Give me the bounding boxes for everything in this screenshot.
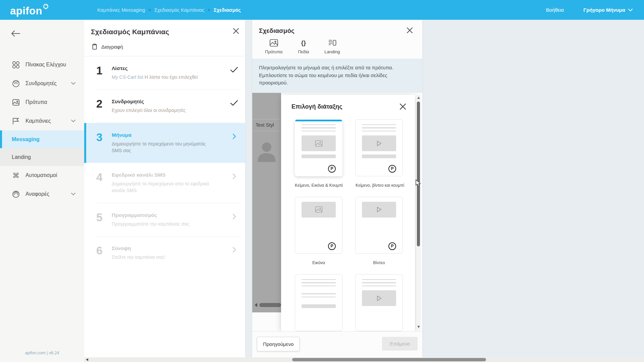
back-button[interactable] [11,31,20,37]
layout-cards: P P Κείμενο, Εικόνα & Κουμπί [295,119,403,331]
step-number: 4 [96,172,112,194]
layout-card-label: Κείμενο, Εικόνα & Κουμπί [295,183,343,188]
text-line-placeholder [302,124,336,125]
scrollbar-thumb[interactable] [417,102,420,246]
image-placeholder [302,202,336,218]
fields-tool-button[interactable]: {} Πεδία [298,39,309,54]
step-summary[interactable]: 6 Σύνοψη Στείλτε την καμπάνια σας! [84,236,245,269]
text-line-placeholder [302,131,336,132]
tool-label: Landing [324,49,340,54]
step-subtitle: Στείλτε την καμπάνια σας! [112,254,212,260]
step-scheduling[interactable]: 5 Προγραμματισμός Προγρραμματίστε την κα… [84,203,245,236]
balloon-icon [43,4,49,11]
mouse-cursor [415,179,422,187]
layout-card-text-video-button[interactable]: P [355,119,403,176]
quick-message-label: Γρήγορο Μήνυμα [583,7,625,13]
step-title: Συνδρομητές [112,99,225,105]
topbar: apifon Καμπάνιες Messaging > Σχεδιασμός … [0,0,644,20]
next-button[interactable]: Επόμενο [382,337,418,351]
step-number: 2 [96,99,112,114]
layout-card-text[interactable] [295,274,342,331]
step-number: 5 [96,212,112,227]
arrow-left-icon [11,31,20,37]
sidebar-item-messaging[interactable]: Messaging [0,130,84,148]
templates-tool-button[interactable]: Πρότυπα [265,39,282,54]
app-version: apifon.com | v6.24 [0,351,84,355]
modal-title: Επιλογή διάταξης [291,103,342,110]
text-line-placeholder [362,124,396,125]
step-subtitle: Δημιουργήστε το περιεχόμενο απο το εφεδρ… [112,180,212,194]
message-editor-preview: Text Styl [252,93,281,312]
play-icon [376,140,382,147]
layout-card-label: Εικόνα [295,260,342,265]
sidebar-item-landing[interactable]: Landing [0,148,84,166]
page-horizontal-scrollbar[interactable] [84,357,644,362]
checkmark-icon [230,100,238,106]
step-subscribers[interactable]: 2 Συνδρομητές Εχουν επιλεγεί όλοι οι συν… [84,89,245,123]
sidebar-item-label: Messaging [12,136,40,142]
layout-card-text-image-button[interactable]: P [295,119,342,176]
image-icon [315,140,323,147]
help-link[interactable]: Βοήθεια [546,7,564,13]
step-lists[interactable]: 1 Λίστες My CS-Cart list Η λίστα του έχε… [84,56,245,89]
sidebar-item-dashboard[interactable]: Πίνακας Ελέγχου [0,55,84,74]
scroll-left-arrow-icon[interactable] [86,358,88,361]
previous-button[interactable]: Προηγούμενο [257,337,300,351]
step-fallback-sms[interactable]: 4 Εφεδρικό κανάλι SMS Δημιουργήστε το πε… [84,163,245,203]
text-line-placeholder [302,297,336,298]
close-icon[interactable] [407,27,413,34]
preview-horizontal-scrollbar[interactable] [255,303,281,307]
video-placeholder [362,202,396,218]
button-placeholder [302,155,336,158]
chevron-right-icon [232,173,236,179]
step-message[interactable]: 3 Μήνυμα Δημιουργήστε το περιεχόμενο του… [84,123,245,163]
p-badge-icon: P [328,165,336,173]
step-subtitle: Δημιουργήστε το περιεχόμενο του μηνύματό… [112,140,212,154]
layout-card-text-video[interactable] [355,274,403,331]
scroll-down-arrow-icon[interactable] [417,326,420,328]
step-number: 1 [96,65,112,80]
editor-toolbar-clipped: Text Styl [252,119,281,131]
breadcrumb-item[interactable]: Σχεδιασμός Καμπάνιας [154,7,204,13]
layout-card-video[interactable]: P [355,197,403,254]
scroll-up-arrow-icon[interactable] [417,97,420,99]
tool-label: Πρότυπα [265,49,282,54]
video-placeholder [362,290,396,306]
text-line-placeholder [302,279,336,280]
campaigns-flag-icon [11,117,20,125]
chevron-right-icon [232,247,236,253]
close-icon[interactable] [399,103,406,110]
sidebar-item-subscribers[interactable]: Συνδρομητές [0,74,84,93]
layout-card-label: Κείμενο, βίντεο και κουμπί [356,183,404,188]
content-vertical-scrollbar[interactable] [416,95,421,330]
sidebar-item-reports[interactable]: Αναφορές [0,185,84,203]
text-line-placeholder [362,131,396,132]
sidebar-item-automations[interactable]: ⌘ Αυτοματισμοί [0,166,84,185]
button-placeholder [302,304,336,308]
apifon-logo[interactable]: apifon [0,4,84,16]
layout-card-image[interactable]: P [295,197,342,254]
breadcrumb: Καμπάνιες Messaging > Σχεδιασμός Καμπάνι… [97,7,241,13]
sidebar-item-templates[interactable]: Πρότυπα [0,93,84,112]
step-title: Μήνυμα [112,132,225,138]
scroll-left-arrow-icon[interactable] [255,303,257,307]
step-number: 6 [96,245,112,260]
sidebar: Πίνακας Ελέγχου Συνδρομητές Πρότυπα Καμπ… [0,20,84,362]
logo-text: apifon [10,6,42,16]
trash-icon [92,43,98,50]
scrollbar-thumb[interactable] [292,358,486,361]
scrollbar-thumb[interactable] [259,303,281,307]
delete-campaign-button[interactable]: Διαγραφή [92,43,239,50]
automations-icon: ⌘ [11,172,20,179]
templates-icon [269,39,278,47]
breadcrumb-item[interactable]: Καμπάνιες Messaging [97,7,145,13]
sidebar-item-campaigns[interactable]: Καμπάνιες [0,112,84,130]
landing-tool-button[interactable]: Landing [324,39,340,54]
breadcrumb-current: Σχεδιασμός [214,7,241,13]
quick-message-menu[interactable]: Γρήγορο Μήνυμα [583,7,633,13]
info-banner: Πληκτρολογήστε το μήνυμά σας ή επιλέξτε … [252,59,422,93]
close-icon[interactable] [233,28,239,34]
image-icon [315,206,323,213]
text-line-placeholder [302,282,336,283]
chevron-down-icon [71,120,75,122]
